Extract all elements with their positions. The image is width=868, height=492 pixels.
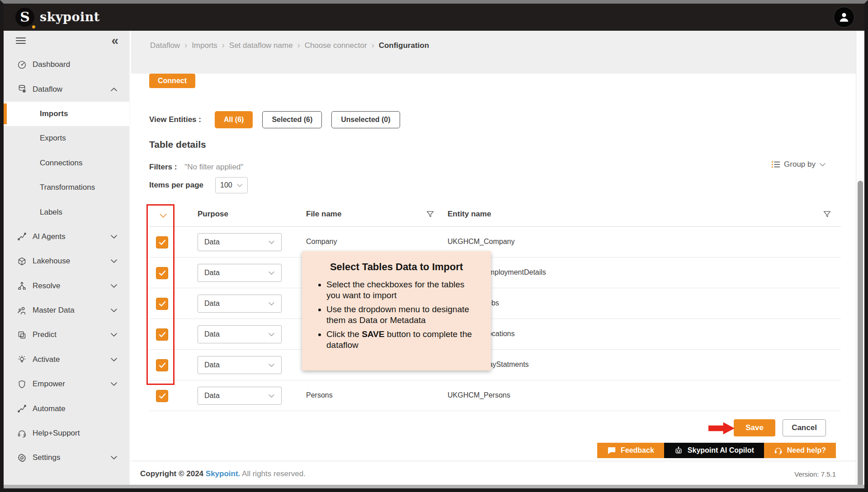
logo-letter: S [20, 9, 30, 25]
sidebar-item-master-data[interactable]: Master Data [4, 298, 129, 323]
robot-icon [674, 446, 683, 455]
chevron-down-icon[interactable] [110, 306, 118, 315]
topbar: S skypoint [4, 4, 864, 31]
brand-wordmark[interactable]: skypoint [40, 10, 100, 24]
sidebar-item-label: Lakehouse [33, 257, 70, 266]
sidebar-item-label: Empower [33, 380, 65, 389]
bottom-bar: Copyright © 2024 Skypoint. All rights re… [131, 461, 856, 488]
chevron-up-icon[interactable] [110, 85, 118, 94]
breadcrumb-item[interactable]: Choose connector [305, 41, 367, 50]
sidebar-item-imports[interactable]: Imports [4, 102, 129, 126]
filters-value: "No filter applied" [184, 163, 243, 171]
chevron-down-icon[interactable] [110, 281, 118, 291]
sidebar-item-dashboard[interactable]: Dashboard [4, 52, 129, 77]
callout-bullet: Select the checkboxes for the tables you… [326, 279, 480, 300]
filter-unselected-button[interactable]: Unselected (0) [331, 111, 400, 128]
sidebar-item-transformations[interactable]: Transformations [4, 175, 129, 200]
purpose-dropdown[interactable]: Data [198, 387, 282, 405]
app-window: S skypoint « Dashboard [0, 0, 868, 492]
filters-label: Filters : [149, 163, 177, 171]
table-row: Data UKGHCM_PayStatments [149, 350, 841, 380]
sidebar-item-exports[interactable]: Exports [4, 126, 129, 150]
file-name-cell: Company [306, 238, 337, 246]
copilot-label: Skypoint AI Copilot [688, 446, 754, 455]
chevron-down-icon[interactable] [110, 257, 118, 266]
chevron-down-icon [268, 333, 275, 337]
filter-all-button[interactable]: All (6) [215, 111, 253, 128]
sidebar-item-label: Predict [33, 330, 57, 339]
breadcrumb-item[interactable]: Dataflow [150, 41, 180, 50]
sidebar-item-connections[interactable]: Connections [4, 151, 129, 175]
sidebar-item-label: AI Agents [33, 232, 66, 241]
chevron-down-icon [268, 363, 275, 367]
callout-title: Select Tables Data to Import [313, 261, 480, 273]
group-by-control[interactable]: Group by [771, 160, 826, 169]
vertical-scrollbar[interactable] [856, 31, 864, 488]
chevron-down-icon [268, 271, 275, 275]
dashboard-icon [16, 60, 27, 70]
purpose-dropdown[interactable]: Data [198, 295, 282, 313]
save-button[interactable]: Save [734, 419, 775, 436]
chevron-down-icon[interactable] [110, 355, 118, 364]
cancel-button[interactable]: Cancel [783, 419, 826, 436]
speech-bubble-icon [607, 447, 616, 455]
purpose-value: Data [204, 238, 220, 246]
chevron-down-icon[interactable] [110, 380, 118, 389]
sidebar-item-dataflow[interactable]: Dataflow [4, 77, 129, 101]
sidebar-collapse-icon[interactable]: « [111, 33, 118, 48]
chevron-down-icon [268, 394, 275, 398]
filter-funnel-icon[interactable] [823, 210, 831, 221]
sidebar-item-label: Automate [33, 404, 66, 413]
chevron-down-icon[interactable] [110, 330, 118, 339]
purpose-dropdown[interactable]: Data [198, 264, 282, 282]
items-per-page-select[interactable]: 100 [215, 177, 248, 193]
activate-icon [16, 355, 27, 364]
connect-button[interactable]: Connect [149, 74, 195, 88]
table-row: Data UKGHCM_Locations [149, 319, 841, 350]
table-row: Data Persons UKGHCM_Persons [149, 380, 841, 411]
breadcrumb-item[interactable]: Imports [192, 41, 217, 50]
column-header-entity-name: Entity name [448, 210, 491, 219]
entity-name-cell: UKGHCM_Company [448, 238, 514, 246]
sidebar-item-label: Settings [33, 453, 60, 462]
sidebar-item-help-support[interactable]: Help+Support [4, 421, 129, 445]
checkbox-annotation-rectangle [146, 204, 175, 385]
sidebar-item-predict[interactable]: Predict [4, 323, 129, 347]
sidebar-item-label: Labels [40, 208, 62, 217]
filter-selected-button[interactable]: Selected (6) [262, 111, 322, 128]
purpose-dropdown[interactable]: Data [198, 233, 282, 251]
breadcrumb-item[interactable]: Set dataflow name [229, 41, 293, 50]
skypoint-link[interactable]: Skypoint. [206, 469, 241, 478]
purpose-dropdown[interactable]: Data [198, 325, 282, 343]
sidebar-item-activate[interactable]: Activate [4, 347, 129, 372]
user-avatar[interactable] [834, 7, 854, 28]
sidebar-item-resolve[interactable]: Resolve [4, 274, 129, 298]
items-per-page-label: Items per page [149, 181, 203, 190]
need-help-button[interactable]: Need help? [764, 443, 836, 458]
purpose-value: Data [204, 392, 220, 400]
sidebar-item-label: Activate [33, 355, 60, 364]
sidebar-item-settings[interactable]: Settings [4, 445, 129, 470]
row-checkbox[interactable] [156, 390, 168, 402]
help-buttons-row: Feedback Skypoint AI Copilot Need help? [597, 443, 836, 458]
scrollbar-thumb[interactable] [858, 181, 863, 488]
chevron-down-icon[interactable] [110, 453, 118, 462]
filter-funnel-icon[interactable] [426, 210, 434, 221]
skypoint-logo-icon[interactable]: S [15, 8, 34, 27]
chevron-down-icon [268, 302, 275, 306]
sidebar-item-automate[interactable]: Automate [4, 396, 129, 421]
sidebar-item-ai-agents[interactable]: AI Agents [4, 225, 129, 249]
skypoint-ai-copilot-button[interactable]: Skypoint AI Copilot [664, 443, 764, 458]
sidebar-item-labels[interactable]: Labels [4, 200, 129, 224]
sidebar-item-empower[interactable]: Empower [4, 372, 129, 396]
chevron-down-icon [268, 240, 275, 244]
hamburger-menu-icon[interactable] [15, 36, 26, 47]
breadcrumb-separator-icon: › [184, 41, 187, 50]
callout-bullet: Click the SAVE button to complete the da… [326, 329, 480, 350]
sidebar: « Dashboard Dataflow Imports Exports Con… [4, 31, 130, 488]
headset-icon [774, 446, 783, 455]
chevron-down-icon[interactable] [110, 232, 118, 241]
purpose-dropdown[interactable]: Data [198, 356, 282, 374]
sidebar-item-lakehouse[interactable]: Lakehouse [4, 249, 129, 273]
feedback-button[interactable]: Feedback [597, 443, 664, 458]
